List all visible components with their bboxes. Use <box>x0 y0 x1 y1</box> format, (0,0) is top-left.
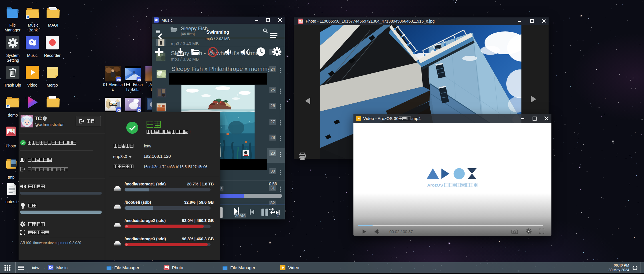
svg-text:KMNZ: KMNZ <box>110 103 117 105</box>
